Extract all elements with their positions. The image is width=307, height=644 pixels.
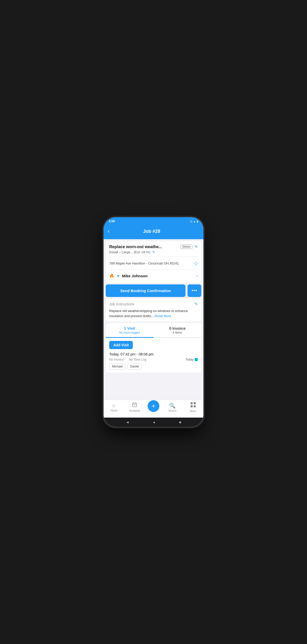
- nav-search-label: Search: [168, 409, 177, 412]
- nav-schedule[interactable]: 12 Schedule: [127, 402, 142, 412]
- divider-1: [109, 257, 198, 257]
- wifi-icon: ▲: [193, 220, 196, 223]
- edit-subtitle-icon[interactable]: ✎: [152, 250, 155, 254]
- instructions-label: Job Instructions: [109, 302, 134, 306]
- visit-time: Today, 07:42 pm - 08:08 pm: [109, 352, 198, 356]
- nav-add-button[interactable]: +: [148, 400, 159, 412]
- nav-home-label: Home: [111, 409, 117, 412]
- more-options-button[interactable]: •••: [188, 284, 201, 297]
- scroll-content: Replace worn-out weathe... Billable ✎ In…: [104, 239, 203, 400]
- app-header: ‹ Job #28: [104, 224, 203, 239]
- instructions-text: Replace old weatherstripping on windows …: [109, 309, 188, 318]
- svg-rect-5: [191, 402, 193, 404]
- instructions-header: Job Instructions ✎: [109, 302, 198, 306]
- edit-instructions-icon[interactable]: ✎: [194, 302, 198, 306]
- tab-visit-main: 1 Visit: [108, 326, 151, 330]
- assignee-name: Mike Johnson: [122, 274, 194, 278]
- battery-icon: ▮: [197, 220, 198, 223]
- svg-rect-8: [194, 405, 196, 407]
- no-invoice-label: No Invoice: [109, 358, 124, 361]
- today-badge: Today: [185, 358, 198, 361]
- action-row: Send Booking Confirmation •••: [106, 284, 201, 297]
- screenshot-icon: ⊡: [190, 220, 192, 223]
- page-title: Job #28: [112, 229, 192, 234]
- nav-schedule-label: Schedule: [129, 409, 140, 412]
- svg-rect-7: [191, 405, 193, 407]
- bottom-nav: ⌂ Home 12 Schedule + �: [104, 400, 203, 418]
- nav-search[interactable]: 🔍 Search: [165, 402, 180, 412]
- status-icons: ⊡ ▲ ▮: [190, 220, 198, 223]
- assignee-chip-michael: Michael: [109, 363, 125, 370]
- send-booking-button[interactable]: Send Booking Confirmation: [106, 284, 185, 297]
- home-icon: ⌂: [112, 402, 115, 408]
- tab-visit-sub: No hours logged: [108, 331, 151, 334]
- schedule-icon: 12: [132, 402, 137, 409]
- android-nav-bar: ◄ ● ■: [104, 418, 203, 427]
- status-bar: 3:00 ⊡ ▲ ▮: [104, 217, 203, 224]
- android-recents-button[interactable]: ■: [179, 420, 181, 424]
- job-card: Replace worn-out weathe... Billable ✎ In…: [106, 241, 201, 283]
- tabs-container: 1 Visit No hours logged 0 Invoice 6 Item…: [106, 323, 201, 373]
- tab-invoice[interactable]: 0 Invoice 6 Items: [154, 323, 201, 337]
- job-subtitle-text: Install – Large... (Est: 04 hr): [109, 250, 150, 254]
- divider-2: [109, 270, 198, 270]
- chevron-down-icon: ▼: [116, 274, 120, 278]
- edit-job-icon[interactable]: ✎: [194, 244, 198, 249]
- tab-invoice-main: 0 Invoice: [156, 326, 199, 330]
- job-title: Replace worn-out weathe...: [109, 245, 179, 249]
- today-color-dot: [195, 358, 198, 361]
- address-text: 789 Maple Ave Hamilton - Cincinnati OH,4…: [109, 261, 179, 265]
- visit-details-row: No Invoice No Time Log Today: [109, 358, 198, 361]
- nav-home[interactable]: ⌂ Home: [106, 402, 122, 412]
- back-button[interactable]: ‹: [108, 227, 112, 236]
- no-time-log-label: No Time Log: [129, 358, 146, 361]
- add-visit-button[interactable]: Add Visit: [109, 341, 133, 349]
- phone-frame: 3:00 ⊡ ▲ ▮ ‹ Job #28 Replace worn-out we…: [104, 217, 203, 427]
- job-title-row: Replace worn-out weathe... Billable ✎: [109, 244, 198, 249]
- tab-visit-content: Add Visit Today, 07:42 pm - 08:08 pm No …: [106, 338, 201, 373]
- tab-invoice-sub: 6 Items: [156, 331, 199, 334]
- billable-badge: Billable: [181, 245, 192, 249]
- menu-icon: [190, 402, 196, 409]
- address-row: 789 Maple Ave Hamilton - Cincinnati OH,4…: [109, 259, 198, 268]
- tab-visit[interactable]: 1 Visit No hours logged: [106, 323, 154, 338]
- svg-rect-6: [194, 402, 196, 404]
- assignee-chip-daniel: Daniel: [127, 363, 142, 370]
- today-text: Today: [185, 358, 194, 361]
- assignee-row[interactable]: 🔥 ▼ Mike Johnson ›: [109, 272, 198, 280]
- navigation-icon[interactable]: ◇: [194, 260, 198, 266]
- search-icon: 🔍: [169, 402, 176, 409]
- nav-menu-label: Menu: [190, 410, 196, 412]
- phone-inner: 3:00 ⊡ ▲ ▮ ‹ Job #28 Replace worn-out we…: [104, 217, 203, 427]
- add-icon: +: [151, 402, 155, 410]
- empty-space: [104, 374, 203, 400]
- instructions-card: Job Instructions ✎ Replace old weatherst…: [106, 298, 201, 321]
- fire-icon: 🔥: [109, 273, 114, 278]
- job-subtitle-row: Install – Large... (Est: 04 hr) ✎: [109, 250, 198, 254]
- chevron-right-icon: ›: [196, 274, 198, 278]
- svg-text:12: 12: [134, 405, 136, 406]
- tabs-row: 1 Visit No hours logged 0 Invoice 6 Item…: [106, 323, 201, 338]
- status-time: 3:00: [109, 220, 115, 223]
- assignees-row: Michael Daniel: [109, 363, 198, 370]
- read-more-button[interactable]: Read More: [155, 314, 171, 318]
- nav-menu[interactable]: Menu: [185, 402, 201, 412]
- android-back-button[interactable]: ◄: [126, 420, 129, 424]
- android-home-button[interactable]: ●: [153, 420, 155, 424]
